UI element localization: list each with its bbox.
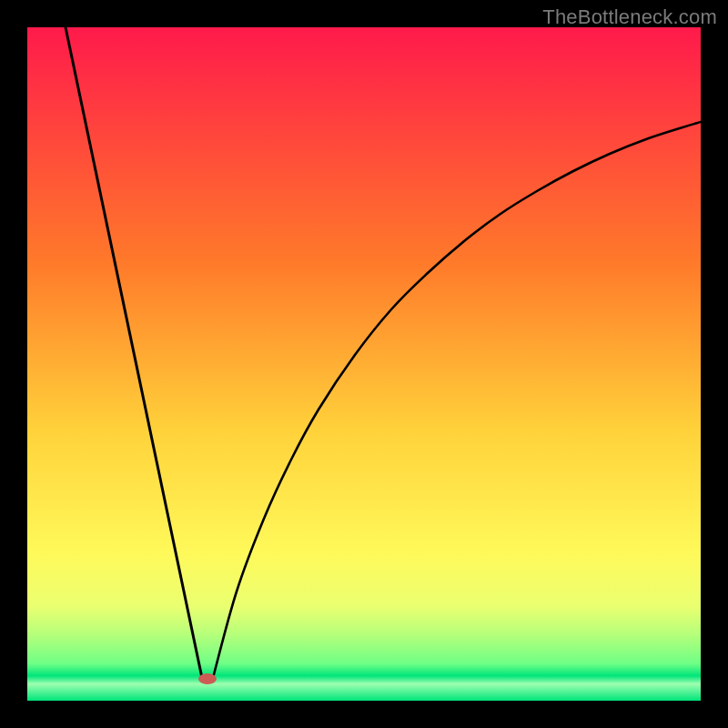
- gradient-bg: [27, 27, 701, 701]
- chart-frame: TheBottleneck.com: [0, 0, 728, 728]
- plot-area: [27, 27, 701, 701]
- chart-svg: [27, 27, 701, 701]
- min-marker: [198, 673, 217, 684]
- watermark-text: TheBottleneck.com: [542, 5, 717, 29]
